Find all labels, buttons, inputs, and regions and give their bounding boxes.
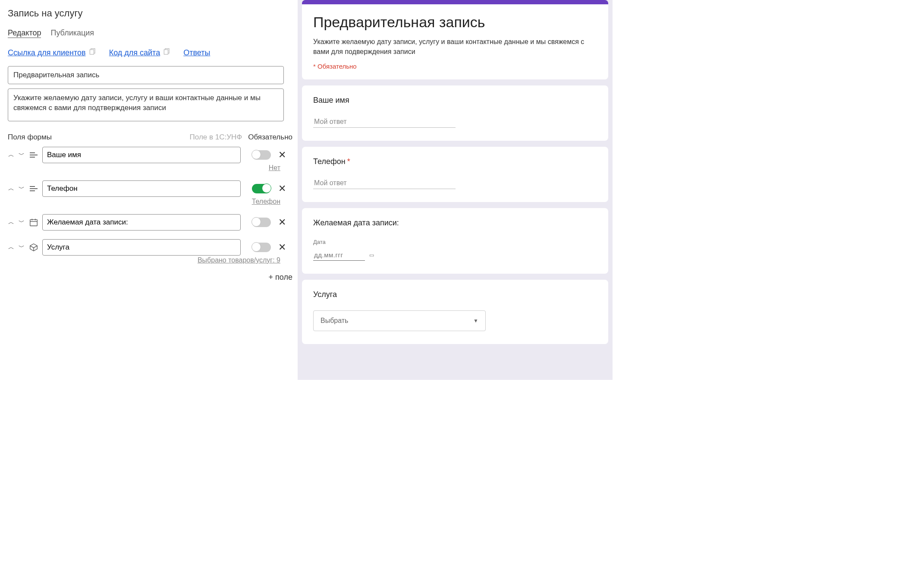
move-up-button[interactable]: ︿ <box>8 185 15 192</box>
required-toggle[interactable] <box>252 218 271 227</box>
preview-field-label: Телефон* <box>313 157 597 166</box>
required-asterisk: * <box>347 157 350 166</box>
preview-field-name: Ваше имя <box>302 85 608 141</box>
editor-tabs: Редактор Публикация <box>8 28 290 38</box>
remove-field-button[interactable]: ✕ <box>278 217 286 228</box>
preview-field-label: Ваше имя <box>313 96 597 105</box>
add-field-button[interactable]: + поле <box>8 273 292 282</box>
field-mapping-link[interactable]: Нет <box>269 164 280 171</box>
required-toggle[interactable] <box>252 150 271 160</box>
form-title-input[interactable] <box>8 66 284 84</box>
link-client-url[interactable]: Ссылка для клиентов <box>8 47 97 58</box>
editor-pane: Запись на услугу Редактор Публикация Ссы… <box>0 0 298 380</box>
service-select[interactable]: Выбрать ▼ <box>313 310 486 331</box>
date-input[interactable] <box>313 250 365 261</box>
preview-pane: Предварительная запись Укажите желаемую … <box>298 0 613 380</box>
field-mapping-link[interactable]: Выбрано товаров/услуг: 9 <box>198 256 280 264</box>
calendar-icon[interactable]: ▭ <box>369 252 374 258</box>
text-field-icon <box>28 183 39 194</box>
copy-icon <box>88 47 97 58</box>
link-client-url-label: Ссылка для клиентов <box>8 48 86 57</box>
field-row: ︿ ﹀ ✕ Выбрано товаров/услуг: 9 <box>8 239 290 264</box>
required-toggle[interactable] <box>252 243 271 252</box>
field-row: ︿ ﹀ ✕ Нет <box>8 147 290 172</box>
text-field-icon <box>28 150 39 160</box>
field-label-input[interactable] <box>42 180 241 197</box>
link-responses[interactable]: Ответы <box>183 47 210 58</box>
field-label-input[interactable] <box>42 214 241 231</box>
field-mapping-link[interactable]: Телефон <box>252 198 280 205</box>
name-input[interactable] <box>313 116 456 128</box>
phone-input[interactable] <box>313 177 456 189</box>
link-site-code-label: Код для сайта <box>109 48 160 57</box>
remove-field-button[interactable]: ✕ <box>278 242 286 253</box>
field-row: ︿ ﹀ ✕ <box>8 214 290 231</box>
phone-label-text: Телефон <box>313 157 346 166</box>
action-links: Ссылка для клиентов Код для сайта Ответы <box>8 47 290 58</box>
field-row: ︿ ﹀ ✕ Телефон <box>8 180 290 205</box>
preview-field-label: Желаемая дата записи: <box>313 218 597 228</box>
tab-publish[interactable]: Публикация <box>50 28 94 38</box>
preview-title: Предварительная запись <box>313 14 597 31</box>
form-description-input[interactable]: Укажите желаемую дату записи, услугу и в… <box>8 88 284 121</box>
preview-description: Укажите желаемую дату записи, услугу и в… <box>313 37 597 57</box>
service-select-placeholder: Выбрать <box>321 317 348 325</box>
calendar-icon <box>28 217 39 228</box>
remove-field-button[interactable]: ✕ <box>278 149 286 161</box>
field-label-input[interactable] <box>42 147 241 163</box>
svg-rect-10 <box>30 220 38 226</box>
svg-rect-3 <box>164 50 168 54</box>
preview-field-service: Услуга Выбрать ▼ <box>302 280 608 344</box>
fields-header: Поля формы Поле в 1С:УНФ Обязательно <box>8 133 292 142</box>
preview-field-date: Желаемая дата записи: Дата ▭ <box>302 208 608 274</box>
move-down-button[interactable]: ﹀ <box>18 152 25 158</box>
move-down-button[interactable]: ﹀ <box>18 185 25 192</box>
page-title: Запись на услугу <box>8 8 290 19</box>
preview-field-label: Услуга <box>313 290 597 299</box>
remove-field-button[interactable]: ✕ <box>278 183 286 194</box>
chevron-down-icon: ▼ <box>473 318 478 324</box>
move-down-button[interactable]: ﹀ <box>18 244 25 251</box>
link-site-code[interactable]: Код для сайта <box>109 47 171 58</box>
required-toggle[interactable] <box>252 184 271 193</box>
field-label-input[interactable] <box>42 239 241 256</box>
copy-icon <box>163 47 171 58</box>
move-up-button[interactable]: ︿ <box>8 152 15 158</box>
move-down-button[interactable]: ﹀ <box>18 219 25 226</box>
preview-header-card: Предварительная запись Укажите желаемую … <box>302 0 608 79</box>
move-up-button[interactable]: ︿ <box>8 244 15 251</box>
package-icon <box>28 242 39 253</box>
date-sublabel: Дата <box>313 239 597 245</box>
required-note: * Обязательно <box>313 63 597 70</box>
col-map-label: Поле в 1С:УНФ <box>190 133 242 142</box>
col-required-label: Обязательно <box>248 133 292 142</box>
move-up-button[interactable]: ︿ <box>8 219 15 226</box>
svg-rect-1 <box>90 50 94 54</box>
col-fields-label: Поля формы <box>8 133 190 142</box>
tab-editor[interactable]: Редактор <box>8 28 41 38</box>
preview-field-phone: Телефон* <box>302 147 608 202</box>
